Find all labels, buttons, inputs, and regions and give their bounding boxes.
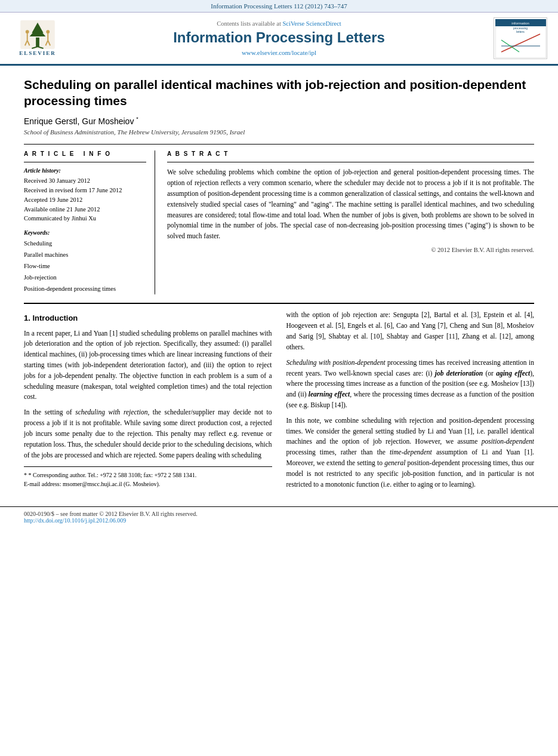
- body-two-col: 1. Introduction In a recent paper, Li an…: [24, 310, 534, 494]
- footnote-area: * * Corresponding author. Tel.: +972 2 5…: [24, 466, 272, 488]
- article-content: Scheduling on parallel identical machine…: [0, 66, 558, 506]
- issn-line: 0020-0190/$ – see front matter © 2012 El…: [24, 511, 198, 517]
- body-divider: [24, 303, 534, 304]
- keywords-section: Keywords: Scheduling Parallel machines F…: [24, 229, 146, 294]
- info-abstract-section: A R T I C L E I N F O Article history: R…: [24, 150, 534, 294]
- journal-contents-line: Contents lists available at SciVerse Sci…: [76, 20, 482, 27]
- keywords-label: Keywords:: [24, 229, 146, 236]
- corresponding-author-marker: *: [136, 116, 138, 122]
- svg-rect-1: [36, 38, 39, 47]
- body-para-5: In this note, we combine scheduling with…: [286, 416, 535, 490]
- body-para-2: In the setting of scheduling with reject…: [24, 407, 272, 460]
- keyword-flowtime: Flow-time: [24, 261, 146, 272]
- keyword-scheduling: Scheduling: [24, 238, 146, 250]
- abstract-header: A B S T R A C T: [167, 150, 534, 157]
- journal-cover-icon: information processing letters: [495, 19, 546, 58]
- communicated-by: Communicated by Jinhui Xu: [24, 214, 146, 223]
- svg-text:information: information: [511, 21, 529, 25]
- abstract-col: A B S T R A C T We solve scheduling prob…: [167, 150, 534, 294]
- keyword-parallel: Parallel machines: [24, 250, 146, 261]
- svg-text:letters: letters: [516, 30, 525, 33]
- journal-main-title: Information Processing Letters: [76, 29, 482, 47]
- body-para-3: with the option of job rejection are: Se…: [286, 310, 535, 352]
- keyword-jobrejection: Job-rejection: [24, 272, 146, 284]
- footnote-email-note: E-mail address: msomer@mscc.huji.ac.il (…: [24, 480, 272, 488]
- article-history-label: Article history:: [24, 167, 146, 174]
- svg-point-6: [26, 30, 29, 33]
- received-date: Received 30 January 2012: [24, 176, 146, 186]
- available-date: Available online 21 June 2012: [24, 205, 146, 214]
- svg-point-10: [46, 30, 50, 33]
- article-info-col: A R T I C L E I N F O Article history: R…: [24, 150, 155, 294]
- top-banner: Information Processing Letters 112 (2012…: [0, 0, 558, 13]
- abstract-text: We solve scheduling problems which combi…: [167, 167, 534, 242]
- body-para-4: Scheduling with position-dependent proce…: [286, 358, 535, 411]
- abstract-divider: [167, 162, 534, 162]
- article-affiliation: School of Business Administration, The H…: [24, 128, 534, 136]
- footnote-star-note: * * Corresponding author. Tel.: +972 2 5…: [24, 471, 272, 480]
- keyword-position: Position-dependent processing times: [24, 284, 146, 295]
- article-info-header: A R T I C L E I N F O: [24, 150, 146, 157]
- journal-header: ELSEVIER Contents lists available at Sci…: [0, 13, 558, 66]
- elsevier-tree-icon: [20, 20, 56, 49]
- info-divider: [24, 162, 146, 162]
- bottom-strip: 0020-0190/$ – see front matter © 2012 El…: [0, 506, 558, 527]
- journal-title-center: Contents lists available at SciVerse Sci…: [64, 20, 494, 56]
- accepted-date: Accepted 19 June 2012: [24, 195, 146, 205]
- header-divider: [24, 144, 534, 145]
- body-col-right: with the option of job rejection are: Se…: [286, 310, 535, 494]
- section1-title: 1. Introduction: [24, 312, 272, 324]
- copyright-line: © 2012 Elsevier B.V. All rights reserved…: [167, 247, 534, 253]
- journal-url: www.elsevier.com/locate/ipl: [76, 49, 482, 56]
- body-para-1: In a recent paper, Li and Yuan [1] studi…: [24, 328, 272, 403]
- authors-text: Enrique Gerstl, Gur Mosheiov *: [24, 116, 138, 126]
- elsevier-label: ELSEVIER: [19, 50, 56, 56]
- sciverse-link[interactable]: SciVerse ScienceDirect: [282, 20, 341, 27]
- journal-logo-right: information processing letters: [494, 17, 547, 59]
- body-col-left: 1. Introduction In a recent paper, Li an…: [24, 310, 272, 494]
- received-revised-date: Received in revised form 17 June 2012: [24, 186, 146, 195]
- doi-link[interactable]: http://dx.doi.org/10.1016/j.ipl.2012.06.…: [24, 517, 126, 524]
- article-title: Scheduling on parallel identical machine…: [24, 76, 534, 109]
- elsevier-logo-left: ELSEVIER: [11, 17, 64, 59]
- article-authors: Enrique Gerstl, Gur Mosheiov *: [24, 116, 534, 127]
- journal-citation: Information Processing Letters 112 (2012…: [211, 2, 347, 10]
